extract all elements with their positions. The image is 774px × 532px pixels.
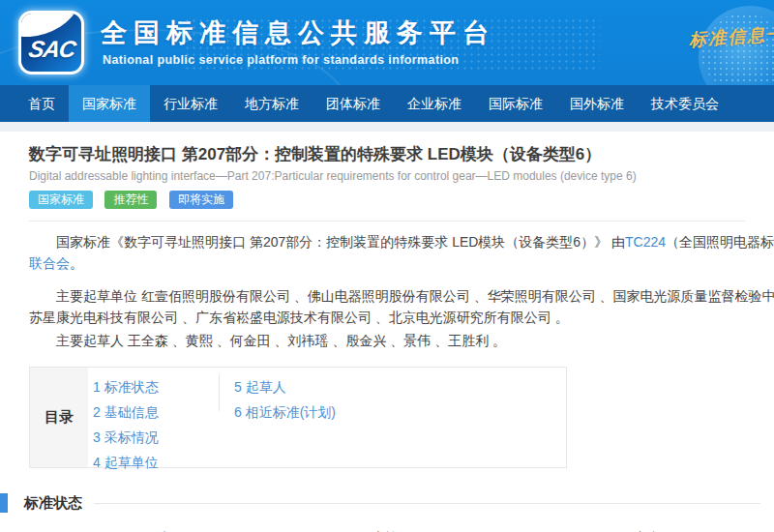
toc-column-divider bbox=[219, 374, 220, 411]
nav-bottom-strip bbox=[0, 122, 774, 132]
sac-logo[interactable]: SAC bbox=[18, 11, 84, 74]
standard-title-english: Digital addressable lighting interface—P… bbox=[29, 169, 745, 183]
sac-logo-mark: SAC bbox=[21, 14, 81, 72]
standard-status-section-header: 标准状态 bbox=[0, 493, 774, 513]
header-divider bbox=[29, 221, 745, 222]
toc-link-standard-status[interactable]: 1 标准状态 bbox=[93, 374, 159, 399]
toc-links: 1 标准状态 2 基础信息 3 采标情况 4 起草单位 5 起草人 6 相近标准… bbox=[88, 368, 566, 467]
p1-line2-period: 。 bbox=[70, 255, 83, 271]
tc224-link[interactable]: TC224 bbox=[625, 234, 666, 250]
standard-summary: 国家标准《数字可寻址照明接口 第207部分：控制装置的特殊要求 LED模块（设备… bbox=[29, 231, 774, 351]
toc-link-drafting-units[interactable]: 4 起草单位 bbox=[93, 450, 159, 475]
nav-item-national-standards[interactable]: 国家标准 bbox=[69, 85, 150, 122]
p1-text-mid: （全国照明电器标准化技术委员会）归口，主管部门为 bbox=[666, 234, 774, 250]
section-title: 标准状态 bbox=[24, 494, 82, 513]
drafters-line: 主要起草人 王全森 、黄熙 、何金田 、刘祎瑶 、殷金兴 、景伟 、王胜利 。 bbox=[29, 330, 774, 351]
toc-link-drafters[interactable]: 5 起草人 bbox=[234, 374, 336, 399]
nav-item-local-standards[interactable]: 地方标准 bbox=[231, 85, 313, 122]
authority-link-part2[interactable]: 联合会 bbox=[29, 255, 70, 271]
standard-title: 数字可寻址照明接口 第207部分：控制装置的特殊要求 LED模块（设备类型6） bbox=[29, 143, 745, 165]
table-of-contents: 目录 1 标准状态 2 基础信息 3 采标情况 4 起草单位 5 起草人 6 相… bbox=[29, 367, 567, 468]
toc-column-2: 5 起草人 6 相近标准(计划) bbox=[234, 374, 336, 425]
badge-row: 国家标准 推荐性 即将实施 bbox=[29, 190, 745, 209]
drafting-units-line2: 苏星康光电科技有限公司 、广东省崧盛电源技术有限公司 、北京电光源研究所有限公司… bbox=[29, 307, 774, 328]
toc-link-similar-standards[interactable]: 6 相近标准(计划) bbox=[234, 399, 336, 425]
nav-item-foreign-standards[interactable]: 国外标准 bbox=[556, 85, 638, 122]
toc-label: 目录 bbox=[30, 368, 88, 467]
site-subtitle: National public service platform for sta… bbox=[103, 53, 459, 67]
nav-item-industry-standards[interactable]: 行业标准 bbox=[150, 85, 231, 122]
site-header: 标准信息一 SAC 全国标准信息公共服务平台 National public s… bbox=[0, 0, 774, 85]
badge-national-standard: 国家标准 bbox=[29, 191, 93, 209]
toc-link-basic-info[interactable]: 2 基础信息 bbox=[93, 399, 159, 425]
main-nav: 首页 国家标准 行业标准 地方标准 团体标准 企业标准 国际标准 国外标准 技术… bbox=[0, 85, 774, 122]
nav-item-home[interactable]: 首页 bbox=[15, 85, 69, 122]
summary-paragraph-1: 国家标准《数字可寻址照明接口 第207部分：控制装置的特殊要求 LED模块（设备… bbox=[29, 231, 774, 252]
nav-item-enterprise-standards[interactable]: 企业标准 bbox=[394, 85, 475, 122]
drafting-units-line1: 主要起草单位 红壹佰照明股份有限公司 、佛山电器照明股份有限公司 、华荣照明有限… bbox=[29, 285, 774, 307]
status-timeline: 发布于 2025-08-01 实施于 2026-02-01 废止 bbox=[0, 523, 774, 532]
section-rule-line bbox=[94, 503, 760, 504]
site-title: 全国标准信息公共服务平台 bbox=[101, 15, 495, 50]
badge-recommended: 推荐性 bbox=[104, 191, 157, 209]
toc-link-adoption-info[interactable]: 3 采标情况 bbox=[93, 425, 159, 450]
p1-text-pre: 国家标准《数字可寻址照明接口 第207部分：控制装置的特殊要求 LED模块（设备… bbox=[56, 234, 625, 250]
badge-to-be-implemented: 即将实施 bbox=[169, 191, 233, 209]
summary-paragraph-1-wrap: 联合会。 bbox=[29, 252, 774, 274]
nav-item-technical-committees[interactable]: 技术委员会 bbox=[638, 85, 732, 122]
sac-logo-text: SAC bbox=[25, 36, 77, 72]
section-accent-bar bbox=[0, 493, 8, 513]
nav-item-group-standards[interactable]: 团体标准 bbox=[313, 85, 394, 122]
toc-column-1: 1 标准状态 2 基础信息 3 采标情况 4 起草单位 bbox=[93, 374, 159, 475]
nav-item-international-standards[interactable]: 国际标准 bbox=[475, 85, 556, 122]
